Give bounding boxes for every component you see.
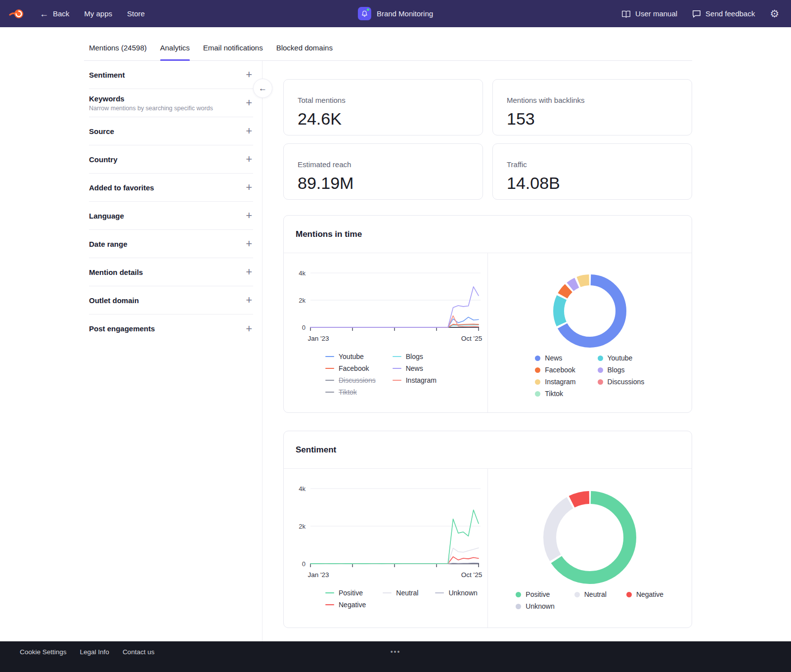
filter-add-button-mention-details[interactable]: + — [246, 267, 253, 277]
footer-link-contact-us[interactable]: Contact us — [123, 648, 155, 656]
footer-link-legal-info[interactable]: Legal Info — [80, 648, 109, 656]
legend-item-unknown[interactable]: Unknown — [516, 602, 554, 610]
stat-label: Traffic — [507, 160, 678, 169]
tab-blocked-domains[interactable]: Blocked domains — [276, 44, 333, 60]
legend-swatch — [535, 367, 540, 373]
legend-item-negative[interactable]: Negative — [626, 590, 663, 598]
legend-label: Discussions — [339, 376, 376, 384]
svg-text:4k: 4k — [299, 269, 306, 277]
back-label: Back — [53, 9, 69, 18]
stat-value: 14.08B — [507, 174, 678, 193]
tab-mentions-24598[interactable]: Mentions (24598) — [89, 44, 147, 60]
legend-item-news[interactable]: News — [535, 354, 575, 362]
filter-add-button-post-engagements[interactable]: + — [246, 323, 253, 334]
legend-item-facebook[interactable]: Facebook — [535, 366, 575, 374]
legend-label: Negative — [339, 601, 366, 609]
filter-title: Language — [89, 212, 124, 220]
legend-swatch — [325, 392, 334, 393]
legend-item-discussions[interactable]: Discussions — [598, 378, 645, 386]
collapse-sidebar-button[interactable]: ← — [253, 79, 272, 98]
legend-item-instagram[interactable]: Instagram — [535, 378, 575, 386]
mentions-in-time-card: Mentions in time 02k4kJan '23Oct '25 You… — [283, 215, 692, 413]
store-link[interactable]: Store — [127, 9, 145, 18]
filter-language: Language+ — [89, 202, 253, 230]
filter-add-button-language[interactable]: + — [246, 210, 253, 221]
filter-add-button-sentiment[interactable]: + — [246, 69, 253, 80]
svg-text:Oct '25: Oct '25 — [461, 571, 482, 579]
filter-add-button-outlet-domain[interactable]: + — [246, 295, 253, 306]
app-title-group: Brand Monitoring — [358, 0, 433, 27]
legend-label: News — [545, 354, 562, 362]
svg-text:Oct '25: Oct '25 — [461, 335, 482, 342]
legend-item-discussions[interactable]: Discussions — [325, 376, 376, 384]
filter-outlet-domain: Outlet domain+ — [89, 286, 253, 314]
legend-label: Blogs — [608, 366, 625, 374]
filter-add-button-date-range[interactable]: + — [246, 238, 253, 249]
filter-keywords: KeywordsNarrow mentions by searching spe… — [89, 89, 253, 117]
legend-item-neutral[interactable]: Neutral — [574, 590, 607, 598]
legend-label: News — [406, 364, 423, 372]
legend-item-positive[interactable]: Positive — [325, 589, 366, 597]
legend-label: Tiktok — [545, 390, 563, 398]
tab-email-notifications[interactable]: Email notifications — [203, 44, 263, 60]
book-icon — [621, 10, 631, 18]
legend-label: Discussions — [608, 378, 645, 386]
stat-label: Total mentions — [298, 96, 469, 104]
legend-swatch — [325, 592, 334, 593]
filter-added-to-favorites: Added to favorites+ — [89, 174, 253, 202]
legend-label: Instagram — [545, 378, 575, 386]
filter-source: Source+ — [89, 117, 253, 145]
filter-add-button-keywords[interactable]: + — [246, 97, 253, 108]
sentiment-donut-chart — [543, 491, 637, 584]
my-apps-link[interactable]: My apps — [84, 9, 112, 18]
stats-grid: Total mentions24.6KMentions with backlin… — [283, 79, 692, 200]
filter-post-engagements: Post engagements+ — [89, 314, 253, 343]
filter-title: Mention details — [89, 268, 143, 276]
legend-item-blogs[interactable]: Blogs — [598, 366, 645, 374]
filter-title: Sentiment — [89, 71, 125, 79]
app-title: Brand Monitoring — [377, 9, 433, 18]
filter-sentiment: Sentiment+ — [89, 61, 253, 89]
legend-item-positive[interactable]: Positive — [516, 590, 554, 598]
legend-item-youtube[interactable]: Youtube — [325, 353, 376, 360]
legend-item-negative[interactable]: Negative — [325, 601, 366, 609]
user-manual-link[interactable]: User manual — [621, 9, 677, 18]
legend-item-blogs[interactable]: Blogs — [393, 353, 437, 360]
filter-add-button-country[interactable]: + — [246, 154, 253, 165]
svg-text:4k: 4k — [299, 485, 306, 493]
filter-add-button-source[interactable]: + — [246, 126, 253, 136]
legend-label: Facebook — [339, 364, 369, 372]
svg-text:Jan '23: Jan '23 — [308, 571, 329, 579]
footer-link-cookie-settings[interactable]: Cookie Settings — [20, 648, 67, 656]
svg-text:0: 0 — [302, 324, 306, 331]
legend-swatch — [626, 592, 632, 597]
svg-text:0: 0 — [302, 560, 306, 568]
logo-glyph — [9, 8, 25, 20]
legend-item-unknown[interactable]: Unknown — [435, 589, 477, 597]
legend-item-facebook[interactable]: Facebook — [325, 364, 376, 372]
legend-item-news[interactable]: News — [393, 364, 437, 372]
stat-card-total-mentions: Total mentions24.6K — [283, 79, 483, 135]
semrush-logo-icon[interactable] — [9, 8, 25, 20]
legend-item-youtube[interactable]: Youtube — [598, 354, 645, 362]
legend-swatch — [516, 604, 521, 609]
tabs: Mentions (24598)AnalyticsEmail notificat… — [84, 27, 692, 61]
filter-add-button-added-to-favorites[interactable]: + — [246, 182, 253, 193]
user-manual-label: User manual — [635, 9, 677, 18]
legend-item-tiktok[interactable]: Tiktok — [325, 388, 376, 396]
legend-item-tiktok[interactable]: Tiktok — [535, 390, 575, 398]
legend-label: Blogs — [406, 353, 423, 360]
tab-analytics[interactable]: Analytics — [160, 44, 190, 60]
filter-date-range: Date range+ — [89, 230, 253, 258]
back-button[interactable]: ← Back — [40, 9, 69, 18]
mentions-donut-chart — [553, 274, 627, 348]
legend-label: Positive — [339, 589, 363, 597]
sentiment-card-title: Sentiment — [284, 431, 692, 469]
legend-item-instagram[interactable]: Instagram — [393, 376, 437, 384]
legend-label: Youtube — [608, 354, 633, 362]
legend-item-neutral[interactable]: Neutral — [383, 589, 418, 597]
legend-label: Facebook — [545, 366, 575, 374]
settings-gear-icon[interactable]: ⚙ — [770, 8, 779, 19]
send-feedback-link[interactable]: Send feedback — [692, 9, 755, 18]
footer-more-button[interactable]: ••• — [391, 648, 401, 656]
